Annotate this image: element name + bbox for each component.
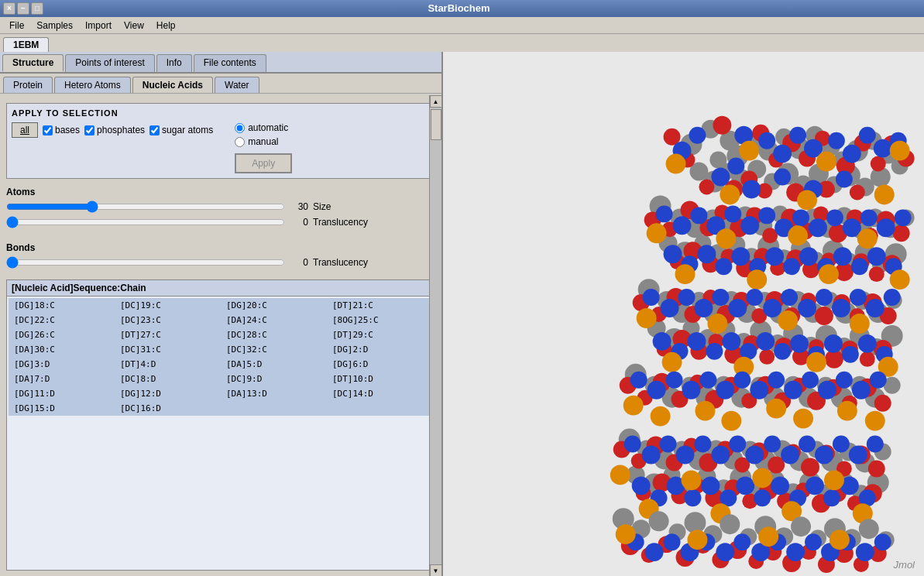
svg-point-469 xyxy=(616,524,636,544)
sequence-cell[interactable]: [DC]16:D xyxy=(115,401,221,416)
svg-point-304 xyxy=(666,372,683,389)
sub-tab-nucleic[interactable]: Nucleic Acids xyxy=(132,77,213,93)
sequence-cell[interactable]: [DC]9:D xyxy=(221,372,327,386)
svg-point-239 xyxy=(746,289,763,306)
nav-tab-poi[interactable]: Points of interest xyxy=(65,54,154,72)
scroll-thumb[interactable] xyxy=(431,109,441,140)
svg-point-235 xyxy=(678,289,696,306)
svg-point-64 xyxy=(774,169,791,186)
svg-point-246 xyxy=(866,299,884,317)
bases-checkbox[interactable] xyxy=(43,125,53,135)
svg-point-416 xyxy=(682,470,702,490)
svg-point-248 xyxy=(653,332,672,351)
sequence-cell[interactable] xyxy=(327,401,433,416)
svg-point-133 xyxy=(869,266,884,282)
all-button[interactable]: all xyxy=(12,122,38,138)
sequence-cell[interactable]: [DC]19:C xyxy=(115,298,221,313)
minimize-button[interactable]: − xyxy=(17,2,29,15)
radio-automatic-row: automatic xyxy=(235,122,292,133)
sequence-cell[interactable]: [DT]27:C xyxy=(115,327,221,342)
nav-tab-info[interactable]: Info xyxy=(156,54,192,72)
bonds-title: Bonds xyxy=(6,242,435,253)
menu-file[interactable]: File xyxy=(3,19,30,33)
phosphates-checkbox[interactable] xyxy=(84,125,94,135)
bases-checkbox-label[interactable]: bases xyxy=(43,125,80,135)
svg-point-54 xyxy=(789,127,806,144)
sequence-cell[interactable]: [DC]28:C xyxy=(221,327,327,342)
sequence-cell[interactable]: [DA]13:D xyxy=(221,386,327,401)
bonds-translucency-slider[interactable] xyxy=(6,256,285,269)
svg-point-265 xyxy=(850,314,870,334)
sequence-cell[interactable]: [DG]12:D xyxy=(115,386,221,401)
sequence-cell[interactable]: [DG]26:C xyxy=(9,327,115,342)
window-controls[interactable]: × − □ xyxy=(3,2,43,15)
sequence-cell[interactable]: [DC]8:D xyxy=(115,372,221,386)
sequence-cell[interactable]: [DG]6:D xyxy=(327,357,433,372)
sugar-checkbox[interactable] xyxy=(149,125,160,135)
sequence-cell[interactable]: [DC]32:C xyxy=(221,342,327,357)
apply-row: all bases phosphates sugar atoms xyxy=(12,122,430,173)
svg-point-57 xyxy=(843,145,861,163)
svg-point-306 xyxy=(699,372,716,389)
sequence-cell[interactable]: [DC]14:D xyxy=(327,386,433,401)
phosphates-checkbox-label[interactable]: phosphates xyxy=(84,125,145,135)
svg-point-389 xyxy=(676,446,695,465)
svg-point-150 xyxy=(664,245,682,263)
svg-point-157 xyxy=(783,258,800,275)
svg-point-67 xyxy=(666,154,686,174)
atoms-size-slider[interactable] xyxy=(6,201,285,213)
sequence-cell[interactable]: [DA]5:D xyxy=(221,357,327,372)
molecule-viewer[interactable] xyxy=(443,52,924,576)
tab-1ebm[interactable]: 1EBM xyxy=(3,37,49,52)
sugar-checkbox-label[interactable]: sugar atoms xyxy=(149,125,213,135)
close-button[interactable]: × xyxy=(3,2,15,15)
sequence-cell[interactable]: [DG]20:C xyxy=(221,298,327,313)
sequence-cell[interactable]: [DG]15:D xyxy=(9,401,115,416)
sub-tab-water[interactable]: Water xyxy=(215,77,259,93)
radio-automatic[interactable] xyxy=(235,123,245,133)
sequence-cell[interactable]: [DT]29:C xyxy=(327,327,433,342)
sequence-cell[interactable]: [DT]10:D xyxy=(327,372,433,386)
phosphates-label: phosphates xyxy=(97,125,145,135)
menu-help[interactable]: Help xyxy=(150,19,182,33)
sequence-cell[interactable]: [DG]2:D xyxy=(327,342,433,357)
svg-point-143 xyxy=(792,209,809,226)
svg-point-311 xyxy=(784,381,802,399)
sequence-cell[interactable]: [DA]30:C xyxy=(9,342,115,357)
sub-tab-protein[interactable]: Protein xyxy=(3,77,53,93)
sequence-cell[interactable]: [DG]18:C xyxy=(9,298,115,313)
nav-tab-filecontents[interactable]: File contents xyxy=(194,54,266,72)
scroll-down-arrow[interactable]: ▼ xyxy=(430,564,442,576)
svg-point-255 xyxy=(774,343,791,360)
svg-point-401 xyxy=(632,476,651,495)
sequence-cell[interactable]: [8OG]25:C xyxy=(327,313,433,327)
sequence-cell[interactable]: [DA]7:D xyxy=(9,372,115,386)
radio-manual[interactable] xyxy=(235,137,245,147)
nav-tab-structure[interactable]: Structure xyxy=(2,54,64,72)
menu-view[interactable]: View xyxy=(118,19,150,33)
svg-point-258 xyxy=(824,334,843,353)
menu-samples[interactable]: Samples xyxy=(30,19,79,33)
menu-import[interactable]: Import xyxy=(79,19,118,33)
maximize-button[interactable]: □ xyxy=(31,2,43,15)
sequence-cell[interactable]: [DC]22:C xyxy=(9,313,115,327)
sequence-cell[interactable]: [DC]31:C xyxy=(115,342,221,357)
svg-point-471 xyxy=(758,526,778,547)
sub-tab-hetero[interactable]: Hetero Atoms xyxy=(54,77,131,93)
menu-bar: File Samples Import View Help xyxy=(0,17,924,34)
svg-point-240 xyxy=(763,299,781,317)
main-layout: Structure Points of interest Info File c… xyxy=(0,52,924,576)
scroll-up-arrow[interactable]: ▲ xyxy=(430,95,442,108)
scrollbar[interactable]: ▲ ▼ xyxy=(429,95,441,576)
sequence-cell[interactable]: [DG]3:D xyxy=(9,357,115,372)
sequence-cell[interactable] xyxy=(221,401,327,416)
sequence-cell[interactable]: [DG]11:D xyxy=(9,386,115,401)
apply-button[interactable]: Apply xyxy=(235,153,292,173)
sequence-cell[interactable]: [DT]4:D xyxy=(115,357,221,372)
sequence-cell[interactable]: [DT]21:C xyxy=(327,298,433,313)
sequence-cell[interactable]: [DA]24:C xyxy=(221,313,327,327)
radio-manual-label: manual xyxy=(248,136,278,147)
sequence-cell[interactable]: [DC]23:C xyxy=(115,313,221,327)
svg-point-160 xyxy=(833,247,852,266)
atoms-translucency-slider[interactable] xyxy=(6,216,285,228)
